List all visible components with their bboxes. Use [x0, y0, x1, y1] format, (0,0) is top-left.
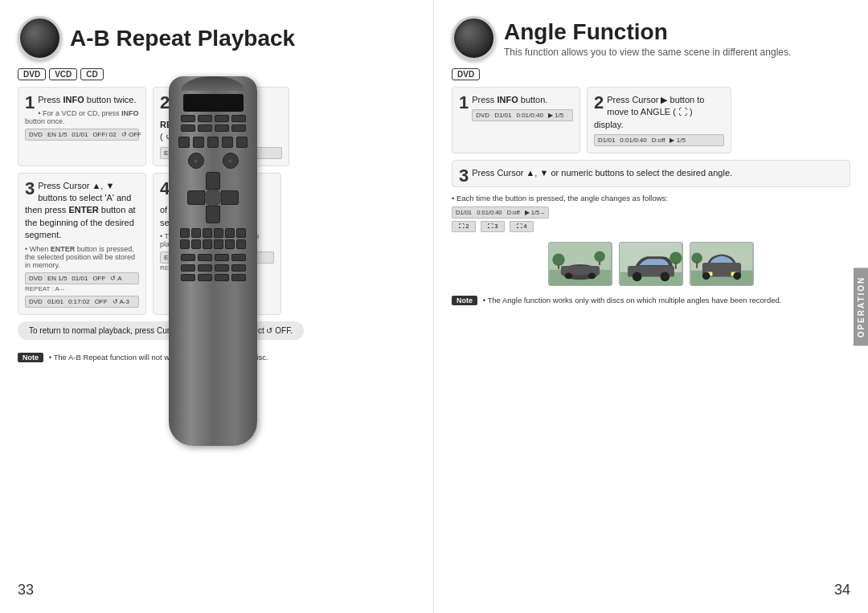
- svg-rect-9: [599, 261, 600, 265]
- svg-point-24: [691, 252, 702, 263]
- angle-icon-3: ⛶ 4: [510, 221, 534, 232]
- svg-rect-16: [675, 263, 677, 269]
- svg-point-6: [552, 253, 564, 265]
- operation-tab: OPERATION: [854, 268, 868, 345]
- step-3-note: • When ENTER button is pressed, the sele…: [25, 245, 139, 269]
- angle-step-1-status: DVDD1/010:01/0:40▶ 1/5: [472, 109, 573, 121]
- step-3-box: 3 Press Cursor ▲, ▼ buttons to select 'A…: [18, 173, 146, 315]
- step-3-text: Press Cursor ▲, ▼ buttons to select 'A' …: [25, 180, 139, 242]
- left-page-num: 33: [18, 582, 34, 599]
- repeat-a-label: REPEAT : A –: [25, 285, 139, 292]
- angle-images: [452, 242, 850, 286]
- angle-steps-row-1-2: 1 Press INFO button. DVDD1/010:01/0:40▶ …: [452, 87, 850, 153]
- angle-img-3: [690, 242, 754, 286]
- badge-vcd: VCD: [49, 68, 77, 80]
- angle-icon-bars: ⛶ 2 ⛶ 3 ⛶ 4: [452, 221, 549, 232]
- svg-point-14: [661, 272, 670, 281]
- svg-rect-25: [696, 262, 698, 268]
- badge-dvd: DVD: [18, 68, 46, 80]
- angle-change-area: D1/01 0:01/0:40 D:off ▶ 1/5 – ⛶ 2 ⛶ 3 ⛶ …: [452, 204, 850, 234]
- angle-step-1-num: 1: [459, 94, 469, 112]
- step-3-status-b: DVD01/010:17:02OFF↺ A-3: [25, 296, 139, 308]
- right-note-text: • The Angle function works only with dis…: [483, 296, 782, 304]
- right-header: Angle Function This function allows you …: [452, 16, 850, 60]
- right-note-label: Note: [452, 296, 477, 305]
- svg-point-23: [733, 272, 741, 280]
- angle-step-2-num: 2: [594, 94, 604, 112]
- right-subtitle: This function allows you to view the sam…: [504, 47, 791, 58]
- svg-point-15: [669, 251, 682, 264]
- left-page: A-B Repeat Playback DVD VCD CD 1 Press I…: [0, 0, 434, 613]
- left-page-title: A-B Repeat Playback: [70, 26, 295, 51]
- angle-step-2-box: 2 Press Cursor ▶ button to move to ANGLE…: [587, 87, 731, 153]
- step-3-status-a: DVDEN 1/501/01OFF↺ A: [25, 272, 139, 284]
- right-page-title: Angle Function: [504, 19, 791, 45]
- right-page: OPERATION Angle Function This function a…: [434, 0, 868, 613]
- angle-step-3-text: Press Cursor ▲, ▼ or numeric buttons to …: [459, 167, 843, 179]
- remote-illustration: + +: [157, 76, 269, 470]
- angle-step-3-num: 3: [459, 167, 469, 185]
- angle-status-1: D1/01 0:01/0:40 D:off ▶ 1/5 –: [452, 206, 549, 219]
- step-1-num: 1: [25, 94, 35, 112]
- angle-img-1: [548, 242, 612, 286]
- step-1-text: Press INFO button twice.: [25, 94, 139, 106]
- remote-body: + +: [169, 76, 257, 446]
- right-disc-icon: [452, 16, 496, 60]
- svg-point-22: [702, 272, 710, 280]
- left-disc-icon: [18, 16, 62, 60]
- right-disc-badges: DVD: [452, 68, 850, 80]
- step-1-status: DVDEN 1/501/01OFF/ 02↺ OFF: [25, 129, 139, 141]
- note-label: Note: [18, 353, 43, 362]
- angle-icon-1: ⛶ 2: [452, 221, 476, 232]
- left-header: A-B Repeat Playback: [18, 16, 416, 60]
- angle-tip: • Each time the button is pressed, the a…: [452, 194, 850, 202]
- angle-icon-2: ⛶ 3: [481, 221, 505, 232]
- step-3-num: 3: [25, 180, 35, 198]
- step-1-box: 1 Press INFO button twice. • For a VCD o…: [18, 87, 146, 166]
- badge-cd: CD: [80, 68, 103, 80]
- angle-img-2: [619, 242, 683, 286]
- right-note-box: Note • The Angle function works only wit…: [452, 296, 850, 305]
- step-1-note: • For a VCD or CD, press INFO button onc…: [25, 109, 139, 125]
- svg-point-4: [565, 272, 573, 279]
- svg-point-13: [633, 272, 642, 281]
- angle-step-2-status: D1/010:01/0:40D:off▶ 1/5: [594, 134, 724, 146]
- svg-rect-7: [558, 264, 559, 269]
- angle-step-2-text: Press Cursor ▶ button to move to ANGLE (…: [594, 94, 724, 131]
- angle-step-1-text: Press INFO button.: [459, 94, 573, 106]
- svg-point-5: [588, 272, 596, 279]
- svg-point-8: [594, 251, 604, 261]
- angle-step-1-box: 1 Press INFO button. DVDD1/010:01/0:40▶ …: [452, 87, 580, 153]
- angle-status-bars: D1/01 0:01/0:40 D:off ▶ 1/5 – ⛶ 2 ⛶ 3 ⛶ …: [452, 204, 549, 234]
- badge-dvd-right: DVD: [452, 68, 480, 80]
- right-page-num: 34: [834, 582, 850, 599]
- angle-step-3-box: 3 Press Cursor ▲, ▼ or numeric buttons t…: [452, 160, 850, 186]
